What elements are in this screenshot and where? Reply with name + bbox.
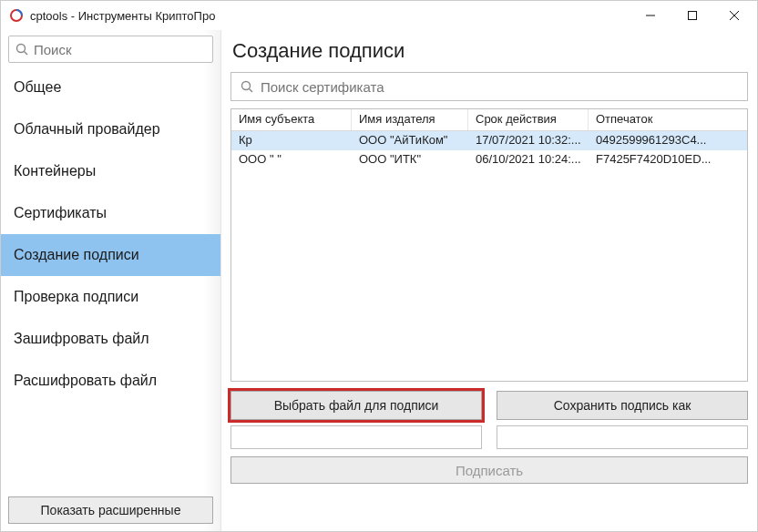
sidebar-nav: Общее Облачный провайдер Контейнеры Серт…: [1, 66, 220, 489]
minimize-button[interactable]: [630, 2, 671, 29]
svg-line-6: [24, 52, 27, 56]
sidebar-item-decrypt-file[interactable]: Расшифровать файл: [1, 360, 220, 402]
table-row[interactable]: Кр ООО "АйТиКом" 17/07/2021 10:32:... 04…: [231, 131, 747, 150]
window-title: cptools - Инструменты КриптоПро: [30, 9, 215, 23]
svg-rect-2: [689, 12, 697, 20]
sidebar-item-label: Проверка подписи: [14, 289, 138, 305]
cell-subject: ООО " ": [231, 150, 352, 169]
save-signature-as-button[interactable]: Сохранить подпись как: [497, 391, 748, 420]
svg-line-3: [730, 11, 739, 20]
sidebar: Общее Облачный провайдер Контейнеры Серт…: [1, 30, 221, 531]
search-icon: [239, 78, 255, 95]
sidebar-item-encrypt-file[interactable]: Зашифровать файл: [1, 318, 220, 360]
certificate-table: Имя субъекта Имя издателя Срок действия …: [230, 108, 748, 382]
table-header: Имя субъекта Имя издателя Срок действия …: [231, 109, 747, 131]
cell-validity: 06/10/2021 10:24:...: [468, 150, 589, 169]
cell-validity: 17/07/2021 10:32:...: [468, 131, 589, 150]
cell-issuer: ООО "ИТК": [352, 150, 468, 169]
page-title: Создание подписи: [232, 39, 748, 63]
choose-file-button[interactable]: Выбрать файл для подписи: [230, 391, 482, 420]
table-body: Кр ООО "АйТиКом" 17/07/2021 10:32:... 04…: [231, 131, 747, 381]
col-validity[interactable]: Срок действия: [468, 109, 589, 130]
sidebar-item-containers[interactable]: Контейнеры: [1, 150, 220, 192]
col-thumbprint[interactable]: Отпечаток: [589, 109, 738, 130]
sidebar-item-cloud-provider[interactable]: Облачный провайдер: [1, 108, 220, 150]
sidebar-item-label: Общее: [14, 79, 61, 96]
sidebar-item-label: Создание подписи: [14, 247, 139, 263]
certificate-search-input[interactable]: [261, 79, 740, 95]
show-advanced-button[interactable]: Показать расширенные: [8, 496, 213, 524]
main-panel: Создание подписи Имя субъекта Имя издате…: [221, 30, 757, 531]
cell-thumbprint: F7425F7420D10ED...: [589, 150, 738, 169]
app-icon: [8, 7, 25, 24]
sidebar-item-label: Сертификаты: [14, 205, 107, 221]
sidebar-search-input[interactable]: [34, 42, 207, 57]
sidebar-item-label: Контейнеры: [14, 163, 96, 179]
signature-file-path[interactable]: [497, 425, 748, 449]
svg-point-5: [16, 45, 25, 53]
sign-button[interactable]: Подписать: [230, 456, 748, 484]
sidebar-item-verify-signature[interactable]: Проверка подписи: [1, 276, 220, 318]
table-row[interactable]: ООО " " ООО "ИТК" 06/10/2021 10:24:... F…: [231, 150, 747, 169]
cell-issuer: ООО "АйТиКом": [352, 131, 468, 150]
sidebar-item-label: Расшифровать файл: [14, 373, 157, 389]
close-button[interactable]: [713, 2, 755, 29]
cell-subject: Кр: [231, 131, 352, 150]
source-file-path[interactable]: [230, 425, 482, 449]
sidebar-item-label: Облачный провайдер: [14, 121, 160, 138]
sidebar-item-general[interactable]: Общее: [1, 66, 220, 108]
svg-point-7: [242, 82, 251, 90]
titlebar: cptools - Инструменты КриптоПро: [1, 1, 757, 30]
sidebar-item-certificates[interactable]: Сертификаты: [1, 192, 220, 234]
svg-line-8: [250, 89, 253, 93]
col-subject[interactable]: Имя субъекта: [231, 109, 352, 130]
sidebar-search[interactable]: [8, 36, 213, 63]
sidebar-item-create-signature[interactable]: Создание подписи: [1, 234, 220, 276]
certificate-search[interactable]: [230, 72, 748, 101]
svg-line-4: [730, 11, 739, 20]
sidebar-item-label: Зашифровать файл: [14, 331, 149, 347]
cell-thumbprint: 0492599961293C4...: [589, 131, 738, 150]
col-issuer[interactable]: Имя издателя: [352, 109, 468, 130]
search-icon: [15, 41, 28, 57]
maximize-button[interactable]: [671, 2, 713, 29]
